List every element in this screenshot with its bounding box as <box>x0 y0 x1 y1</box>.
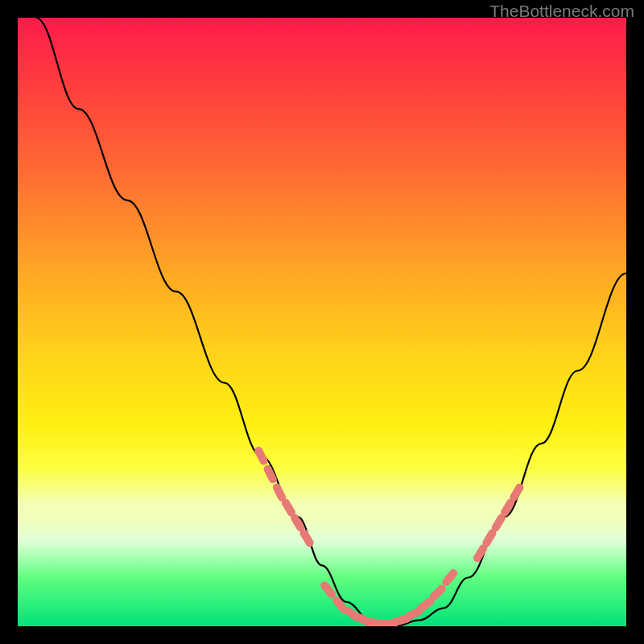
marker-dash <box>434 588 442 597</box>
marker-dash <box>286 503 291 513</box>
marker-dash <box>446 573 453 582</box>
marker-dash <box>395 619 407 621</box>
marker-dash <box>505 503 510 513</box>
watermark-text: TheBottleneck.com <box>489 2 634 21</box>
marker-dash <box>408 612 419 617</box>
chart-frame: TheBottleneck.com <box>0 0 644 644</box>
marker-dash <box>268 469 273 480</box>
marker-dash <box>514 488 519 497</box>
chart-svg <box>18 18 626 626</box>
marker-dash <box>303 533 309 543</box>
marker-dash <box>477 548 483 558</box>
marker-dash <box>277 487 282 497</box>
curve-layer <box>36 18 626 626</box>
bottleneck-curve <box>36 18 626 626</box>
marker-dash <box>421 601 430 608</box>
marker-dash <box>336 601 344 609</box>
chart-plot-area <box>18 18 626 626</box>
marker-dash <box>258 451 263 461</box>
marker-dash <box>348 611 357 617</box>
marker-dash <box>324 585 332 594</box>
marker-layer <box>258 451 519 625</box>
marker-dash <box>295 518 300 527</box>
marker-dash <box>486 533 492 543</box>
marker-dash <box>496 518 502 527</box>
